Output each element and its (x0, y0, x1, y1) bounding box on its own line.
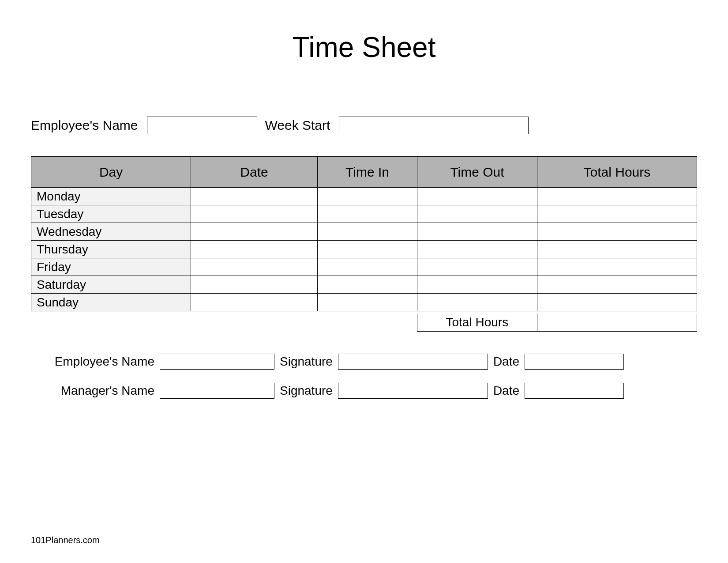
timeout-cell[interactable] (417, 188, 537, 205)
table-row: Sunday (31, 294, 697, 311)
day-cell: Thursday (31, 241, 191, 258)
blank-cell (191, 314, 317, 331)
week-start-label: Week Start (265, 118, 330, 133)
day-cell: Friday (31, 258, 191, 276)
totalhours-cell[interactable] (537, 276, 697, 294)
table-row: Saturday (31, 276, 697, 294)
employee-signoff-row: Employee's Name Signature Date (31, 354, 697, 370)
date-cell[interactable] (191, 223, 318, 241)
timesheet-table: Day Date Time In Time Out Total Hours Mo… (31, 156, 697, 311)
totalhours-cell[interactable] (537, 188, 697, 205)
column-header-timein: Time In (317, 157, 417, 188)
totalhours-cell[interactable] (537, 294, 697, 311)
employee-date-label: Date (493, 355, 519, 369)
timeout-cell[interactable] (417, 205, 537, 223)
date-cell[interactable] (191, 294, 318, 311)
timeout-cell[interactable] (417, 223, 537, 241)
column-header-totalhours: Total Hours (537, 157, 697, 188)
date-cell[interactable] (191, 241, 318, 258)
totalhours-cell[interactable] (537, 223, 697, 241)
date-cell[interactable] (191, 205, 318, 223)
employee-date-input[interactable] (525, 354, 624, 370)
day-cell: Monday (31, 188, 191, 205)
timein-cell[interactable] (317, 223, 417, 241)
employee-name-signoff-label: Employee's Name (44, 355, 154, 369)
timein-cell[interactable] (317, 188, 417, 205)
week-start-input[interactable] (339, 117, 529, 134)
footer-attribution: 101Planners.com (31, 535, 100, 545)
total-hours-label: Total Hours (417, 314, 537, 331)
timeout-cell[interactable] (417, 258, 537, 276)
employee-signature-input[interactable] (338, 354, 488, 370)
table-row: Wednesday (31, 223, 697, 241)
totalhours-cell[interactable] (537, 205, 697, 223)
employee-name-label: Employee's Name (31, 118, 138, 133)
timeout-cell[interactable] (417, 241, 537, 258)
table-row: Monday (31, 188, 697, 205)
table-row: Tuesday (31, 205, 697, 223)
employee-name-input[interactable] (147, 117, 257, 134)
blank-cell (31, 314, 191, 331)
total-hours-value[interactable] (537, 314, 697, 331)
page-title: Time Sheet (31, 31, 697, 64)
manager-date-label: Date (493, 384, 519, 398)
timein-cell[interactable] (317, 241, 417, 258)
employee-name-signoff-input[interactable] (160, 354, 274, 370)
total-row: Total Hours (31, 314, 697, 332)
timein-cell[interactable] (317, 276, 417, 294)
column-header-date: Date (191, 157, 318, 188)
day-cell: Wednesday (31, 223, 191, 241)
day-cell: Tuesday (31, 205, 191, 223)
header-fields: Employee's Name Week Start (31, 117, 697, 134)
table-row: Thursday (31, 241, 697, 258)
timein-cell[interactable] (317, 205, 417, 223)
timein-cell[interactable] (317, 258, 417, 276)
column-header-timeout: Time Out (417, 157, 537, 188)
timein-cell[interactable] (317, 294, 417, 311)
employee-signature-label: Signature (280, 355, 333, 369)
date-cell[interactable] (191, 276, 318, 294)
manager-signature-input[interactable] (338, 383, 488, 399)
timeout-cell[interactable] (417, 276, 537, 294)
totalhours-cell[interactable] (537, 258, 697, 276)
manager-date-input[interactable] (525, 383, 624, 399)
date-cell[interactable] (191, 188, 318, 205)
manager-name-signoff-input[interactable] (160, 383, 274, 399)
column-header-day: Day (31, 157, 191, 188)
timeout-cell[interactable] (417, 294, 537, 311)
manager-signature-label: Signature (280, 384, 333, 398)
table-row: Friday (31, 258, 697, 276)
totalhours-cell[interactable] (537, 241, 697, 258)
day-cell: Sunday (31, 294, 191, 311)
date-cell[interactable] (191, 258, 318, 276)
manager-signoff-row: Manager's Name Signature Date (31, 383, 697, 399)
manager-name-signoff-label: Manager's Name (44, 384, 154, 398)
blank-cell (317, 314, 417, 331)
day-cell: Saturday (31, 276, 191, 294)
